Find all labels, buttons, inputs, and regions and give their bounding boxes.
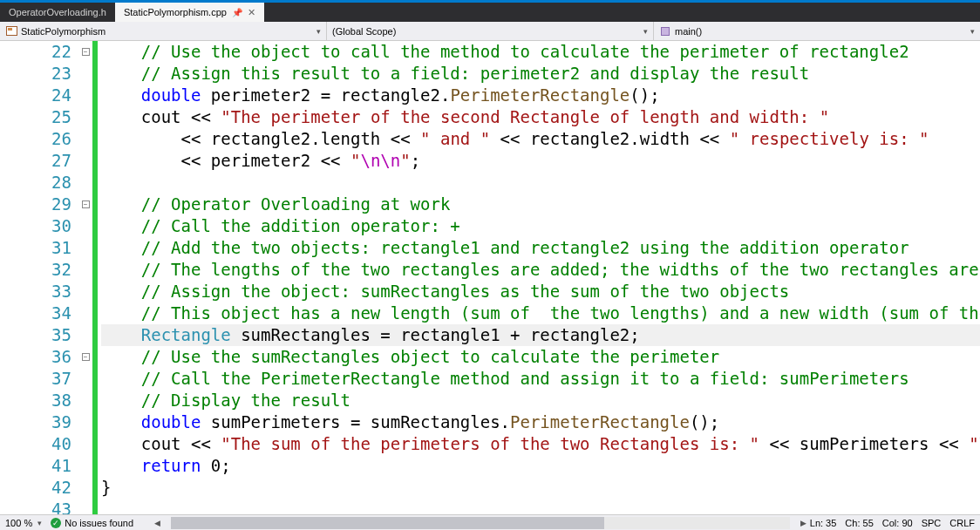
line-number: 22 [0,41,71,63]
code-line[interactable]: // Use the sumRectangles object to calcu… [101,346,980,368]
code-line[interactable] [101,172,980,194]
line-number: 32 [0,259,71,281]
line-number: 27 [0,150,71,172]
code-line[interactable]: // Add the two objects: rectangle1 and r… [101,237,980,259]
code-line[interactable]: // Call the addition operator: + [101,215,980,237]
function-scope-label: main() [675,26,702,37]
pin-icon[interactable]: 📌 [232,8,242,17]
check-icon: ✓ [51,518,61,528]
horizontal-scrollbar[interactable] [171,517,790,529]
fold-toggle [78,172,92,194]
project-scope-label: StaticPolymorphism [21,26,105,37]
fold-toggle [78,128,92,150]
cursor-char: Ch: 55 [845,518,873,528]
fold-toggle [78,85,92,106]
project-scope-dropdown[interactable]: StaticPolymorphism ▾ [0,22,327,40]
fold-toggle [78,455,92,477]
fold-toggle [78,302,92,324]
code-line[interactable]: // Assign this result to a field: perime… [101,63,980,85]
line-number: 24 [0,85,71,106]
fold-toggle [78,477,92,499]
code-line[interactable]: << rectangle2.length << " and " << recta… [101,128,980,150]
code-line[interactable]: cout << "The perimeter of the second Rec… [101,106,980,128]
scroll-right-icon[interactable]: ▶ [797,519,810,527]
line-number: 31 [0,237,71,259]
code-line[interactable]: double perimeter2 = rectangle2.Perimeter… [101,85,980,106]
tab-operator-overloading[interactable]: OperatorOverloading.h [0,3,115,22]
function-scope-dropdown[interactable]: main() ▾ [654,22,980,40]
fold-toggle [78,106,92,128]
fold-toggle[interactable]: − [78,346,92,368]
code-line[interactable]: return 0; [101,455,980,477]
fold-toggle [78,411,92,433]
global-scope-label: (Global Scope) [332,26,396,37]
tab-label: OperatorOverloading.h [9,7,106,17]
status-bar: 100 % ▾ ✓ No issues found ◀ ▶ Ln: 35 Ch:… [0,514,980,530]
code-line[interactable]: Rectangle sumRectangles = rectangle1 + r… [101,324,980,346]
fold-toggle [78,324,92,346]
line-number: 33 [0,281,71,302]
line-number: 40 [0,433,71,455]
code-line[interactable]: // Display the result [101,390,980,411]
line-number: 23 [0,63,71,85]
fold-toggle [78,150,92,172]
code-area[interactable]: // Use the object to call the method to … [98,41,980,514]
tab-label: StaticPolymorphism.cpp [124,7,227,17]
fold-toggle [78,281,92,302]
code-line[interactable]: // Operator Overloading at work [101,194,980,215]
fold-toggle [78,499,92,514]
line-number: 29 [0,194,71,215]
fold-toggle[interactable]: − [78,194,92,215]
chevron-down-icon: ▾ [643,27,648,36]
line-number: 42 [0,477,71,499]
code-line[interactable] [101,499,980,514]
code-line[interactable]: << perimeter2 << "\n\n"; [101,150,980,172]
fold-toggle [78,215,92,237]
line-number-gutter: 2223242526272829303132333435363738394041… [0,41,78,514]
fold-toggle [78,259,92,281]
cursor-line: Ln: 35 [810,518,837,528]
line-number: 37 [0,368,71,390]
code-editor[interactable]: 2223242526272829303132333435363738394041… [0,41,980,514]
code-line[interactable]: // The lengths of the two rectangles are… [101,259,980,281]
line-number: 25 [0,106,71,128]
line-number: 39 [0,411,71,433]
code-line[interactable]: cout << "The sum of the perimeters of th… [101,433,980,455]
code-line[interactable]: double sumPerimeters = sumRectangles.Per… [101,411,980,433]
code-line[interactable]: // Use the object to call the method to … [101,41,980,63]
chevron-down-icon: ▾ [970,27,975,36]
line-number: 35 [0,324,71,346]
navigation-bar: StaticPolymorphism ▾ (Global Scope) ▾ ma… [0,22,980,41]
cursor-col: Col: 90 [882,518,913,528]
line-number: 41 [0,455,71,477]
method-icon [659,26,671,37]
indent-mode[interactable]: SPC [922,518,942,528]
issues-label[interactable]: No issues found [65,518,133,528]
document-tab-bar: OperatorOverloading.h StaticPolymorphism… [0,3,980,22]
global-scope-dropdown[interactable]: (Global Scope) ▾ [327,22,654,40]
fold-toggle [78,368,92,390]
fold-toggle [78,390,92,411]
scroll-left-icon[interactable]: ◀ [151,519,164,527]
line-number: 28 [0,172,71,194]
code-line[interactable]: // This object has a new length (sum of … [101,302,980,324]
line-number: 30 [0,215,71,237]
fold-toggle [78,433,92,455]
close-icon[interactable]: ✕ [248,7,255,18]
line-ending[interactable]: CRLF [949,518,975,528]
zoom-level[interactable]: 100 % [5,518,32,528]
fold-toggle [78,63,92,85]
code-line[interactable]: // Assign the object: sumRectangles as t… [101,281,980,302]
code-line[interactable]: } [101,477,980,499]
chevron-down-icon: ▾ [316,27,321,36]
chevron-down-icon[interactable]: ▾ [37,519,42,527]
code-line[interactable]: // Call the PerimeterRectangle method an… [101,368,980,390]
line-number: 34 [0,302,71,324]
fold-toggle [78,237,92,259]
project-icon [5,26,17,37]
tab-static-polymorphism[interactable]: StaticPolymorphism.cpp 📌 ✕ [115,3,264,22]
scrollbar-thumb[interactable] [171,517,604,529]
fold-toggle[interactable]: − [78,41,92,63]
line-number: 38 [0,390,71,411]
outlining-margin[interactable]: −−− [78,41,92,514]
